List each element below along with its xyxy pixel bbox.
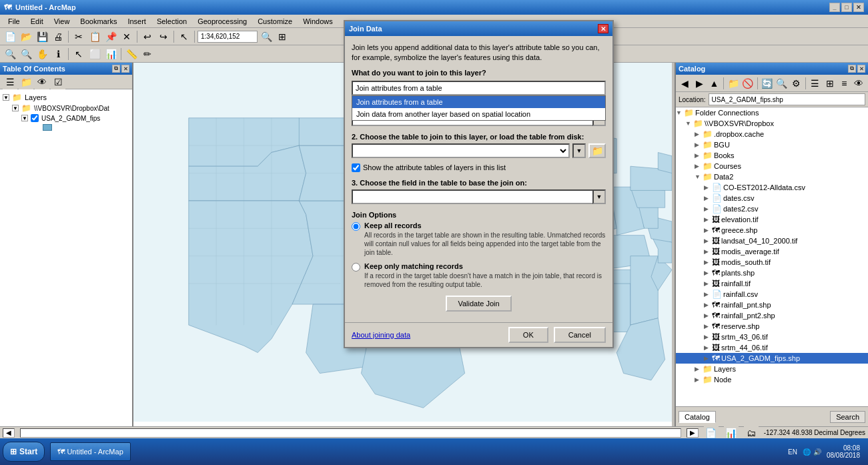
join-type-dropdown[interactable]: Join attributes from a table Join data f…	[352, 81, 606, 95]
taskbar-app-icon: 🗺	[57, 448, 65, 456]
dialog-title-text: Join Data	[349, 25, 382, 33]
show-tables-label: Show the attribute tables of layers in t…	[363, 163, 506, 171]
cancel-button[interactable]: Cancel	[554, 327, 606, 343]
dialog-body: Join lets you append additional data to …	[345, 36, 612, 322]
dialog-action-buttons: OK Cancel	[508, 327, 606, 343]
system-tray: 🌐 🔊	[803, 448, 821, 456]
show-tables-row: Show the attribute tables of layers in t…	[352, 163, 606, 172]
keep-matching-radio[interactable]	[352, 263, 360, 272]
language-indicator: EN	[788, 448, 797, 456]
dialog-desc-line1: Join lets you append additional data to …	[352, 43, 599, 51]
taskbar-items: 🗺 Untitled - ArcMap	[50, 442, 788, 461]
keep-matching-option: Keep only matching records If a record i…	[364, 262, 606, 289]
validate-join-button[interactable]: Validate Join	[446, 296, 511, 312]
keep-all-desc: All records in the target table are show…	[364, 231, 606, 257]
table-field-dropdown[interactable]	[352, 189, 606, 204]
taskbar: ⊞ Start 🗺 Untitled - ArcMap EN 🌐 🔊 08:08…	[0, 438, 868, 465]
speaker-icon: 🔊	[813, 448, 821, 456]
keep-matching-label: Keep only matching records	[364, 262, 606, 270]
join-options-label: Join Options	[352, 211, 606, 219]
dialog-question: What do you want to join to this layer?	[352, 69, 606, 77]
popup-join-spatial[interactable]: Join data from another layer based on sp…	[352, 108, 605, 120]
clock-date: 08/08/2018	[827, 452, 860, 459]
validate-row: Validate Join	[352, 296, 606, 312]
keep-matching-radio-item: Keep only matching records If a record i…	[352, 262, 606, 289]
start-button[interactable]: ⊞ Start	[3, 442, 45, 462]
join-type-dropdown-row: Join attributes from a table Join data f…	[352, 81, 606, 95]
step3-label: 3. Choose the field in the table to base…	[352, 179, 606, 187]
system-clock[interactable]: 08:08 08/08/2018	[827, 444, 860, 459]
step2-label: 2. Choose the table to join to this laye…	[352, 133, 606, 141]
windows-logo: ⊞	[10, 447, 17, 456]
table-dropdown-arrow: ▼	[572, 143, 586, 158]
radio-group: Keep all records All records in the targ…	[352, 221, 606, 289]
clock-time: 08:08	[827, 444, 860, 452]
table-select-row: ▼ 📁	[352, 143, 606, 158]
show-tables-checkbox[interactable]	[352, 163, 360, 172]
about-link[interactable]: About joining data	[352, 331, 410, 339]
dialog-overlay: Join Data ✕ Join lets you append additio…	[0, 0, 868, 465]
dialog-description: Join lets you append additional data to …	[352, 43, 606, 63]
dialog-close-button[interactable]: ✕	[598, 24, 608, 33]
join-dropdown-popup[interactable]: Join attributes from a table Join data f…	[352, 95, 606, 121]
start-label: Start	[19, 447, 37, 456]
dialog-footer: About joining data OK Cancel	[345, 322, 612, 347]
taskbar-right: EN 🌐 🔊 08:08 08/08/2018	[788, 444, 865, 459]
network-icon: 🌐	[803, 448, 811, 456]
join-data-dialog: Join Data ✕ Join lets you append additio…	[344, 20, 614, 348]
browse-button[interactable]: 📁	[588, 143, 606, 158]
keep-all-radio-item: Keep all records All records in the targ…	[352, 221, 606, 257]
taskbar-app-label: Untitled - ArcMap	[67, 448, 123, 456]
keep-all-label: Keep all records	[364, 221, 606, 229]
arcmap-taskbar-item[interactable]: 🗺 Untitled - ArcMap	[50, 442, 130, 461]
keep-all-option: Keep all records All records in the targ…	[364, 221, 606, 257]
popup-join-table[interactable]: Join attributes from a table	[352, 96, 605, 108]
dialog-desc-line2: for example, symbolize the layer's featu…	[352, 53, 542, 61]
keep-matching-desc: If a record in the target table doesn't …	[364, 272, 606, 289]
table-field-row: ▼	[352, 189, 606, 204]
table-select-dropdown[interactable]	[352, 143, 570, 158]
ok-button[interactable]: OK	[508, 327, 548, 343]
dialog-title-bar: Join Data ✕	[345, 21, 612, 36]
keep-all-radio[interactable]	[352, 222, 360, 231]
